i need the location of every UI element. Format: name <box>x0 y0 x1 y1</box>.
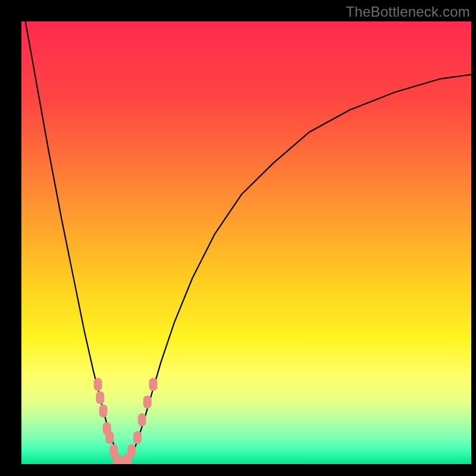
highlighted-points <box>94 378 158 464</box>
marker-dot <box>143 396 152 409</box>
watermark-text: TheBottleneck.com <box>346 4 470 20</box>
chart-frame: TheBottleneck.com <box>0 0 476 476</box>
bottleneck-curve <box>21 21 471 464</box>
plot-area <box>21 21 471 464</box>
marker-dot <box>138 414 146 427</box>
marker-dot <box>149 378 158 391</box>
marker-dot <box>94 378 102 391</box>
marker-dot <box>133 431 142 444</box>
marker-dot <box>127 444 136 458</box>
marker-dot <box>99 405 108 418</box>
curve-layer <box>21 21 471 464</box>
marker-dot <box>105 431 114 444</box>
marker-dot <box>96 391 104 404</box>
